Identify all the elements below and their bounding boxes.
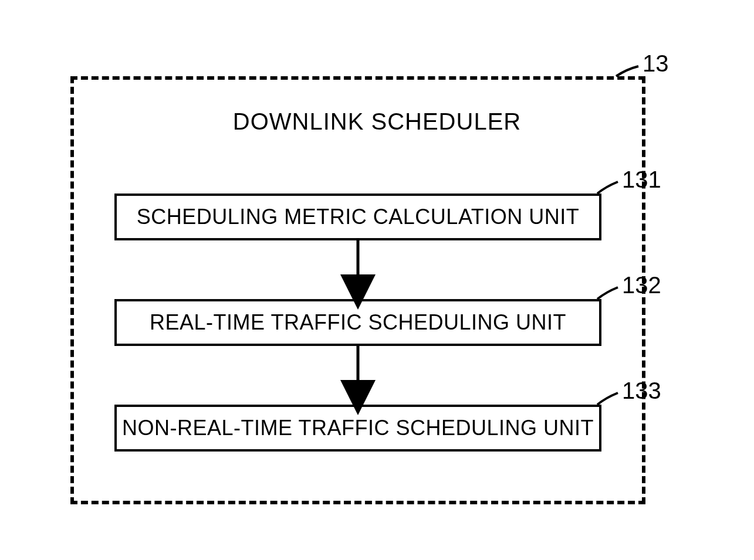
block-label: SCHEDULING METRIC CALCULATION UNIT [137,205,579,229]
reference-number-132: 132 [622,272,661,298]
diagram-title: DOWNLINK SCHEDULER [0,108,754,135]
diagram-canvas: DOWNLINK SCHEDULER SCHEDULING METRIC CAL… [0,0,754,560]
block-real-time-traffic-scheduling-unit: REAL-TIME TRAFFIC SCHEDULING UNIT [114,299,601,346]
block-label: NON-REAL-TIME TRAFFIC SCHEDULING UNIT [122,416,594,440]
block-non-real-time-traffic-scheduling-unit: NON-REAL-TIME TRAFFIC SCHEDULING UNIT [114,405,601,452]
block-scheduling-metric-calculation-unit: SCHEDULING METRIC CALCULATION UNIT [114,194,601,240]
reference-number-131: 131 [622,167,661,193]
block-label: REAL-TIME TRAFFIC SCHEDULING UNIT [150,310,566,335]
reference-number-13: 13 [643,50,669,77]
reference-number-133: 133 [622,378,661,404]
